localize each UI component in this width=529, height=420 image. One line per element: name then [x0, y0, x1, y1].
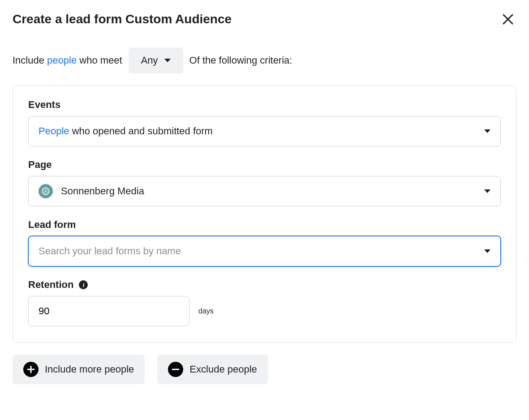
events-section: Events People who opened and submitted f… — [28, 99, 501, 146]
lead-form-section: Lead form Search your lead forms by name — [28, 219, 501, 266]
minus-circle-icon — [168, 362, 183, 377]
criteria-sentence: Include people who meet Any Of the follo… — [13, 47, 516, 73]
lead-form-label: Lead form — [28, 219, 501, 231]
close-button[interactable] — [499, 11, 516, 28]
include-more-label: Include more people — [45, 364, 134, 375]
criteria-prefix: Include — [13, 55, 47, 66]
retention-section: Retention i days — [28, 279, 501, 326]
retention-input[interactable] — [28, 296, 189, 326]
page-label: Page — [28, 159, 501, 171]
chevron-down-icon — [164, 59, 171, 62]
page-select[interactable]: Sonnenberg Media — [28, 176, 501, 206]
page-value: Sonnenberg Media — [61, 185, 144, 197]
criteria-panel: Events People who opened and submitted f… — [13, 85, 516, 343]
events-rest: who opened and submitted form — [69, 125, 213, 137]
events-people-link: People — [39, 125, 69, 137]
criteria-who-meet: who meet — [77, 55, 122, 66]
lead-form-placeholder: Search your lead forms by name — [39, 245, 181, 257]
page-avatar-icon — [39, 184, 53, 198]
exclude-button[interactable]: Exclude people — [157, 355, 267, 384]
retention-label: Retention — [28, 279, 73, 291]
page-section: Page Sonnenberg Media — [28, 159, 501, 206]
events-select[interactable]: People who opened and submitted form — [28, 116, 501, 146]
retention-unit: days — [198, 307, 214, 315]
include-more-button[interactable]: Include more people — [13, 355, 145, 384]
chevron-down-icon — [484, 249, 490, 253]
events-label: Events — [28, 99, 501, 111]
chevron-down-icon — [484, 129, 490, 133]
info-icon[interactable]: i — [79, 280, 88, 289]
close-icon — [502, 13, 514, 25]
footer-actions: Include more people Exclude people — [13, 355, 516, 384]
criteria-suffix: Of the following criteria: — [189, 55, 292, 66]
exclude-label: Exclude people — [189, 364, 257, 375]
match-mode-label: Any — [141, 55, 158, 66]
page-title: Create a lead form Custom Audience — [13, 12, 232, 26]
plus-circle-icon — [23, 362, 39, 377]
lead-form-search[interactable]: Search your lead forms by name — [28, 236, 501, 266]
match-mode-select[interactable]: Any — [129, 47, 183, 73]
people-link[interactable]: people — [47, 55, 77, 66]
chevron-down-icon — [484, 189, 490, 193]
